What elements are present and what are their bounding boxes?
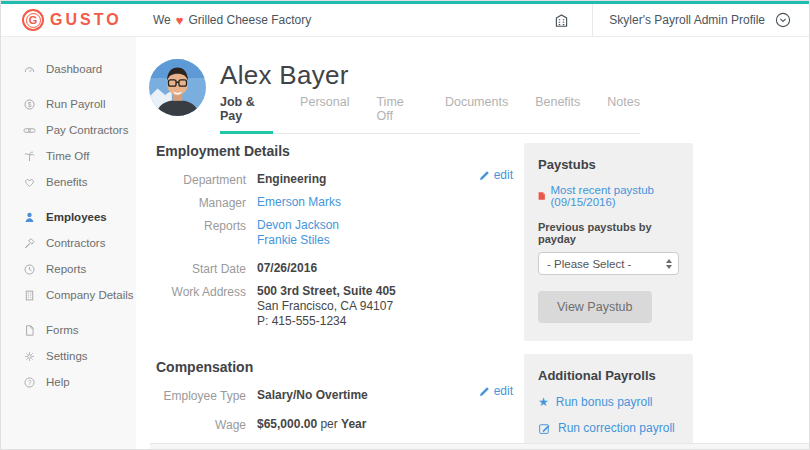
tab-documents[interactable]: Documents xyxy=(445,95,508,133)
wage-label: Wage xyxy=(156,417,246,433)
previous-paystubs-label: Previous paystubs by payday xyxy=(538,221,679,245)
sidebar-item-forms[interactable]: Forms xyxy=(1,322,136,338)
company-tagline: We ♥ Grilled Cheese Factory xyxy=(153,13,311,28)
paystub-select-value: - Please Select - xyxy=(547,258,631,270)
department-value: Engineering xyxy=(257,172,326,188)
wage-row: Wage $65,000.00 per Year xyxy=(156,417,511,433)
gusto-logo-icon: G xyxy=(22,9,44,31)
reports-label: Reports xyxy=(156,218,246,248)
sidebar-item-benefits[interactable]: Benefits xyxy=(1,174,136,190)
tab-job-and-pay[interactable]: Job & Pay xyxy=(220,95,273,134)
tagline-prefix: We xyxy=(153,13,171,27)
next-section-edge xyxy=(150,443,809,449)
sidebar-item-label: Benefits xyxy=(46,176,88,188)
sidebar-item-run-payroll[interactable]: $ Run Payroll xyxy=(1,96,136,112)
svg-text:$: $ xyxy=(28,100,32,107)
sidebar-item-reports[interactable]: Reports xyxy=(1,261,136,277)
sidebar-item-label: Settings xyxy=(46,350,88,362)
help-icon: ? xyxy=(23,376,36,389)
sidebar-nav: Dashboard $ Run Payroll Pay Contractors … xyxy=(1,37,136,449)
manager-row: Manager Emerson Marks xyxy=(156,195,511,211)
employment-details-section: Employment Details edit Department Engin… xyxy=(156,143,511,329)
sidebar-item-label: Company Details xyxy=(46,289,134,301)
sidebar-item-pay-contractors[interactable]: Pay Contractors xyxy=(1,122,136,138)
compensation-title: Compensation xyxy=(156,359,511,375)
sidebar-item-time-off[interactable]: Time Off xyxy=(1,148,136,164)
sidebar-item-company-details[interactable]: Company Details xyxy=(1,287,136,303)
compensation-edit-button[interactable]: edit xyxy=(479,384,513,398)
wage-period: Year xyxy=(341,417,366,431)
person-icon xyxy=(23,211,36,224)
manager-label: Manager xyxy=(156,195,246,211)
profile-menu-button[interactable]: Skyler's Payroll Admin Profile xyxy=(592,4,809,36)
pdf-file-icon xyxy=(538,190,545,202)
main-content: Alex Bayer Job & Pay Personal Time Off D… xyxy=(136,37,809,449)
work-address-label: Work Address xyxy=(156,284,246,329)
document-icon xyxy=(23,324,36,337)
sidebar-item-label: Pay Contractors xyxy=(46,124,128,136)
manager-link[interactable]: Emerson Marks xyxy=(257,195,341,209)
sidebar-item-label: Contractors xyxy=(46,237,105,249)
start-date-row: Start Date 07/26/2016 xyxy=(156,261,511,277)
tab-notes[interactable]: Notes xyxy=(607,95,640,133)
star-icon: ★ xyxy=(538,396,549,408)
employee-type-row: Employee Type Salary/No Overtime xyxy=(156,388,511,404)
employment-details-edit-button[interactable]: edit xyxy=(479,168,513,182)
sidebar-item-label: Employees xyxy=(46,211,107,223)
paystub-select[interactable]: - Please Select - xyxy=(538,252,679,275)
heart-icon: ♥ xyxy=(176,13,184,28)
work-address-line2: San Francisco, CA 94107 xyxy=(257,299,396,314)
sidebar-item-label: Time Off xyxy=(46,150,89,162)
run-bonus-label: Run bonus payroll xyxy=(556,395,653,409)
sidebar-item-label: Run Payroll xyxy=(46,98,105,110)
sidebar-item-label: Help xyxy=(46,376,70,388)
company-switcher-button[interactable] xyxy=(531,12,592,29)
select-arrows-icon xyxy=(666,259,672,269)
work-address-line3: P: 415-555-1234 xyxy=(257,314,396,329)
app-header: G GUSTO We ♥ Grilled Cheese Factory Skyl… xyxy=(1,4,809,37)
run-correction-label: Run correction payroll xyxy=(558,421,675,435)
tab-personal[interactable]: Personal xyxy=(300,95,349,133)
sidebar-item-dashboard[interactable]: Dashboard xyxy=(1,61,136,77)
report-link[interactable]: Devon Jackson xyxy=(257,218,339,232)
hammer-icon xyxy=(23,237,36,250)
svg-text:?: ? xyxy=(28,378,32,385)
link-icon xyxy=(23,124,36,137)
palm-tree-icon xyxy=(23,150,36,163)
reports-row: Reports Devon Jackson Frankie Stiles xyxy=(156,218,511,248)
company-name: Grilled Cheese Factory xyxy=(189,13,312,27)
employee-name: Alex Bayer xyxy=(220,60,640,91)
employee-tabs: Job & Pay Personal Time Off Documents Be… xyxy=(220,95,640,134)
employee-avatar xyxy=(149,59,206,116)
paystubs-panel: Paystubs Most recent paystub (09/15/2016… xyxy=(524,143,693,341)
wage-per: per xyxy=(320,417,337,431)
dashboard-icon xyxy=(23,63,36,76)
sidebar-item-contractors[interactable]: Contractors xyxy=(1,235,136,251)
gusto-logo[interactable]: G GUSTO xyxy=(1,9,153,31)
employee-type-value: Salary/No Overtime xyxy=(257,388,368,404)
sidebar-item-employees[interactable]: Employees xyxy=(1,209,136,225)
sidebar-item-settings[interactable]: Settings xyxy=(1,348,136,364)
gear-icon xyxy=(23,350,36,363)
sidebar-item-help[interactable]: ? Help xyxy=(1,374,136,390)
tab-benefits[interactable]: Benefits xyxy=(535,95,580,133)
report-link[interactable]: Frankie Stiles xyxy=(257,233,330,247)
payroll-icon: $ xyxy=(23,98,36,111)
clock-icon xyxy=(23,263,36,276)
employment-details-title: Employment Details xyxy=(156,143,511,159)
paystubs-title: Paystubs xyxy=(538,157,679,172)
department-label: Department xyxy=(156,172,246,188)
profile-label: Skyler's Payroll Admin Profile xyxy=(609,13,765,27)
chevron-down-icon xyxy=(775,12,791,28)
gusto-logo-letter: G xyxy=(29,14,38,26)
start-date-value: 07/26/2016 xyxy=(257,261,317,277)
view-paystub-button[interactable]: View Paystub xyxy=(538,291,652,323)
run-bonus-payroll-link[interactable]: ★ Run bonus payroll xyxy=(538,395,679,409)
recent-paystub-link[interactable]: Most recent paystub (09/15/2016) xyxy=(538,184,679,208)
sidebar-item-label: Reports xyxy=(46,263,86,275)
tab-time-off[interactable]: Time Off xyxy=(376,95,418,133)
additional-payrolls-title: Additional Payrolls xyxy=(538,368,679,383)
work-address-row: Work Address 500 3rd Street, Suite 405 S… xyxy=(156,284,511,329)
department-row: Department Engineering xyxy=(156,172,511,188)
run-correction-payroll-link[interactable]: Run correction payroll xyxy=(538,421,679,435)
